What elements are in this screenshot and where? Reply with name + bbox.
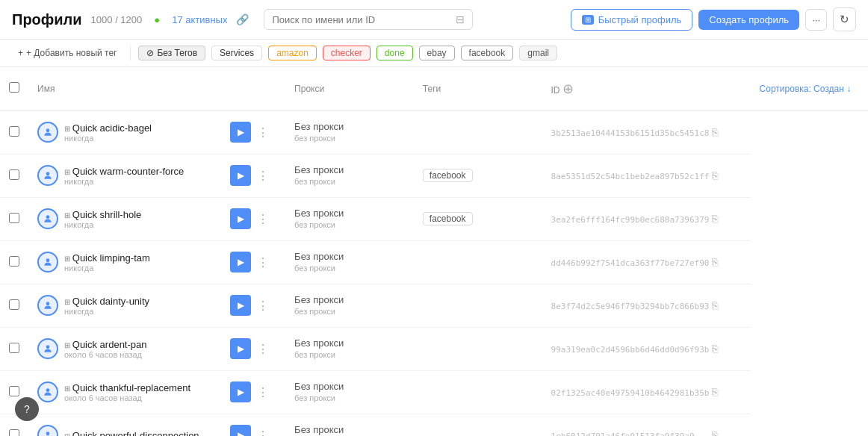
- copy-id-button[interactable]: ⎘: [712, 126, 718, 138]
- row-more-button[interactable]: ⋮: [254, 427, 272, 437]
- tag-services[interactable]: Services: [211, 46, 262, 60]
- tag-checker[interactable]: checker: [323, 46, 371, 60]
- profiles-table-wrap: Имя Прокси Теги ID ⊕ Сортировка: Создан …: [0, 67, 868, 436]
- profile-id: 1eb6012d791a46fe91513fa9f39a9...: [551, 432, 710, 436]
- row-proxy-cell: Без прокси без прокси: [285, 327, 414, 370]
- row-actions-cell: ▶ ⋮: [221, 154, 285, 197]
- page-title: Профили: [12, 11, 82, 28]
- row-name-cell: ⊞ Quick limping-tam никогда: [28, 240, 221, 284]
- sort-label[interactable]: Сортировка: Создан ↓: [751, 67, 868, 110]
- row-name-cell: ⊞ Quick ardent-pan около 6 часов назад: [28, 327, 221, 370]
- row-more-button[interactable]: ⋮: [254, 211, 272, 228]
- table-row: ⊞ Quick ardent-pan около 6 часов назад ▶…: [0, 327, 868, 370]
- row-actions: ▶ ⋮: [230, 338, 276, 359]
- copy-id-button[interactable]: ⎘: [712, 429, 718, 436]
- avatar: [37, 425, 58, 436]
- row-tags-cell: [414, 370, 542, 414]
- row-checkbox[interactable]: [9, 169, 19, 180]
- row-checkbox[interactable]: [9, 386, 19, 396]
- avatar: [37, 382, 58, 402]
- tag-badge[interactable]: facebook: [423, 212, 473, 225]
- more-options-button[interactable]: ···: [805, 9, 827, 31]
- filter-icon[interactable]: ⊟: [456, 13, 465, 25]
- search-input[interactable]: [272, 14, 451, 25]
- play-button[interactable]: ▶: [230, 295, 251, 316]
- os-icon: ⊞: [64, 298, 72, 306]
- play-button[interactable]: ▶: [230, 382, 251, 402]
- copy-id-button[interactable]: ⎘: [712, 386, 718, 398]
- row-tags-cell: [414, 110, 542, 154]
- copy-id-button[interactable]: ⎘: [712, 213, 718, 225]
- play-button[interactable]: ▶: [230, 425, 251, 436]
- row-id-cell: 99a319ea0c2d4596bb6d46dd0d96f93b ⎘: [542, 327, 751, 370]
- row-more-button[interactable]: ⋮: [254, 167, 272, 184]
- tag-facebook[interactable]: facebook: [461, 46, 514, 60]
- copy-id-button[interactable]: ⎘: [712, 343, 718, 355]
- tag-no-tags[interactable]: ⊘ Без Тегов: [138, 46, 205, 60]
- row-checkbox[interactable]: [9, 343, 19, 353]
- os-icon: ⊞: [64, 211, 72, 219]
- play-button[interactable]: ▶: [230, 338, 251, 359]
- row-id-cell: 8e3f74d2c5e946f79b3294bb7c866b93 ⎘: [542, 284, 751, 327]
- proxy-label: Без прокси: [294, 424, 344, 435]
- add-tag-button[interactable]: + + Добавить новый тег: [12, 46, 123, 60]
- row-name-cell: ⊞ Quick shrill-hole никогда: [28, 197, 221, 240]
- tag-done[interactable]: done: [376, 46, 413, 60]
- row-id-cell: 3ea2fe6fff164fc99b0ec688a7396379 ⎘: [542, 197, 751, 240]
- copy-id-button[interactable]: ⎘: [712, 299, 718, 311]
- copy-id-button[interactable]: ⎘: [712, 256, 718, 268]
- name-cell-content: ⊞ Quick dainty-unity никогда: [37, 295, 212, 316]
- svg-point-3: [46, 258, 50, 262]
- os-icon: ⊞: [64, 432, 72, 437]
- name-info: ⊞ Quick dainty-unity никогда: [64, 296, 149, 316]
- svg-point-2: [46, 215, 50, 219]
- row-tags-cell: [414, 327, 542, 370]
- row-name-cell: ⊞ Quick acidic-bagel никогда: [28, 110, 221, 154]
- row-tags-cell: [414, 284, 542, 327]
- row-more-button[interactable]: ⋮: [254, 254, 272, 271]
- profile-sub: никогда: [64, 134, 152, 143]
- tag-gmail[interactable]: gmail: [519, 46, 557, 60]
- tags-column-header: Теги: [414, 67, 542, 110]
- row-actions: ▶ ⋮: [230, 165, 276, 186]
- row-more-button[interactable]: ⋮: [254, 297, 272, 314]
- row-checkbox[interactable]: [9, 429, 19, 437]
- play-button[interactable]: ▶: [230, 165, 251, 186]
- pin-icon[interactable]: 🔗: [236, 13, 249, 25]
- refresh-button[interactable]: ↻: [833, 7, 856, 31]
- select-all-checkbox[interactable]: [9, 82, 19, 93]
- profiles-table: Имя Прокси Теги ID ⊕ Сортировка: Создан …: [0, 67, 868, 436]
- play-button[interactable]: ▶: [230, 208, 251, 229]
- row-checkbox[interactable]: [9, 126, 19, 137]
- row-more-button[interactable]: ⋮: [254, 340, 272, 358]
- help-button[interactable]: ?: [15, 397, 39, 421]
- row-checkbox-cell: [0, 284, 28, 327]
- quick-profile-button[interactable]: ⊞ Быстрый профиль: [571, 9, 693, 31]
- name-info: ⊞ Quick powerful-disconnection: [64, 430, 199, 437]
- row-checkbox[interactable]: [9, 213, 19, 223]
- tag-ebay[interactable]: ebay: [419, 46, 455, 60]
- row-actions: ▶ ⋮: [230, 295, 276, 316]
- os-icon: ⊞: [64, 255, 72, 263]
- profile-name: ⊞ Quick powerful-disconnection: [64, 430, 199, 437]
- play-button[interactable]: ▶: [230, 252, 251, 272]
- play-button[interactable]: ▶: [230, 122, 251, 143]
- row-checkbox-cell: [0, 110, 28, 154]
- header-actions: ⊞ Быстрый профиль Создать профиль ··· ↻: [571, 7, 856, 31]
- profile-name: ⊞ Quick warm-counter-force: [64, 166, 184, 177]
- row-checkbox[interactable]: [9, 256, 19, 267]
- row-proxy-cell: Без прокси без прокси: [285, 154, 414, 197]
- tag-badge[interactable]: facebook: [423, 169, 473, 182]
- row-more-button[interactable]: ⋮: [254, 384, 272, 401]
- row-actions: ▶ ⋮: [230, 252, 276, 272]
- row-checkbox[interactable]: [9, 299, 19, 310]
- copy-id-button[interactable]: ⎘: [712, 169, 718, 181]
- table-row: ⊞ Quick limping-tam никогда ▶ ⋮ Без прок…: [0, 240, 868, 284]
- row-more-button[interactable]: ⋮: [254, 124, 272, 141]
- row-id-cell: 02f1325ac40e49759410b4642981b35b ⎘: [542, 370, 751, 414]
- proxy-label: Без прокси: [294, 294, 344, 305]
- profile-id: 3ea2fe6fff164fc99b0ec688a7396379: [551, 215, 710, 225]
- add-id-icon[interactable]: ⊕: [562, 81, 574, 96]
- tag-amazon[interactable]: amazon: [268, 46, 317, 60]
- create-profile-button[interactable]: Создать профиль: [698, 10, 799, 30]
